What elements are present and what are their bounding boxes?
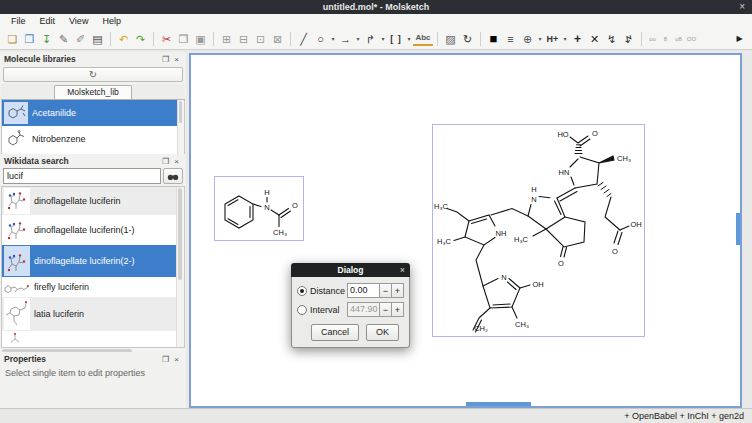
hydrogen-tool-icon[interactable]: H+ <box>544 31 561 47</box>
properties-hint: Select single item to edit properties <box>0 365 186 381</box>
undo-icon[interactable]: ↶ <box>115 31 132 47</box>
line-width-icon[interactable]: ≡ <box>502 31 519 47</box>
menu-help[interactable]: Help <box>95 16 128 26</box>
list-item-dinoflagellate-luciferin[interactable]: dinoflagellate luciferin <box>2 187 177 215</box>
panel-close-icon[interactable]: × <box>171 55 182 64</box>
atom-label: N <box>264 203 269 212</box>
bracket-tool-icon[interactable]: [ ] <box>387 31 405 47</box>
redo-icon[interactable]: ↷ <box>132 31 149 47</box>
properties-title: Properties <box>4 354 46 364</box>
ring-tool-icon[interactable]: ○ <box>312 31 329 47</box>
dialog-close-icon[interactable]: × <box>400 265 405 275</box>
list-item-label: Nitrobenzene <box>32 134 86 144</box>
mechanism-tool-icon[interactable]: ▨ <box>442 31 459 47</box>
atom-label: H <box>531 185 536 194</box>
panel-float-icon[interactable]: ❐ <box>160 355 171 364</box>
draw-bond-icon[interactable]: ╱ <box>295 31 312 47</box>
distance-label: Distance <box>310 286 344 296</box>
text-tool-icon[interactable]: Abc <box>413 32 433 46</box>
list-item-nitrobenzene[interactable]: Nitrobenzene <box>2 126 184 152</box>
menu-file[interactable]: File <box>4 16 33 26</box>
align-icon-1[interactable]: oo <box>646 31 659 47</box>
toolbar-overflow-icon[interactable]: ▶ <box>731 31 748 47</box>
curved-arrow-tool-icon[interactable]: ↱ <box>362 31 379 47</box>
print-icon[interactable]: ▤ <box>89 31 106 47</box>
drawing-canvas[interactable]: H N O CH₃ <box>189 53 742 408</box>
ok-button[interactable]: OK <box>366 324 399 341</box>
ring-tool-dropdown-icon[interactable]: ▾ <box>329 35 337 42</box>
list-item-acetanilide[interactable]: Acetanilide <box>2 100 184 126</box>
window-close-icon[interactable]: × <box>739 0 745 14</box>
library-list-scrollbar[interactable] <box>177 100 184 155</box>
cut-icon[interactable]: ✂ <box>158 31 175 47</box>
molecule-acetanilide[interactable]: H N O CH₃ <box>214 176 304 241</box>
hydrogen-tool-dropdown-icon[interactable]: ▾ <box>561 35 569 42</box>
charge-tool-dropdown-icon[interactable]: ▾ <box>536 35 544 42</box>
save-icon[interactable]: ↧ <box>38 31 55 47</box>
list-item-partial[interactable] <box>2 331 177 345</box>
arrow-tool-icon[interactable]: → <box>337 31 354 47</box>
export-icon[interactable]: ✐ <box>72 31 89 47</box>
interval-increment-button[interactable]: + <box>391 302 404 317</box>
interval-value[interactable]: 447.90 <box>347 302 380 317</box>
atom-label: O <box>558 259 564 268</box>
list-item-label: dinoflagellate luciferin(1-) <box>34 225 135 235</box>
tab-molsketch-lib[interactable]: Molsketch_lib <box>54 85 132 99</box>
list-item-dinoflagellate-luciferin-1[interactable]: dinoflagellate luciferin(1-) <box>2 215 177 245</box>
copy-icon[interactable]: ❐ <box>175 31 192 47</box>
align-icon-3[interactable]: o8 <box>672 31 685 47</box>
canvas-vertical-scroll-thumb[interactable] <box>736 213 740 245</box>
wikidata-list-vertical-scrollbar[interactable] <box>176 187 184 347</box>
menu-edit[interactable]: Edit <box>33 16 63 26</box>
color-swatch-icon[interactable]: ■ <box>485 31 502 47</box>
open-file-icon[interactable]: ❒ <box>21 31 38 47</box>
save-as-icon[interactable]: ✎ <box>55 31 72 47</box>
list-item-label: dinoflagellate luciferin <box>34 196 121 206</box>
search-input[interactable]: lucif <box>3 168 161 184</box>
paste-icon[interactable]: ▣ <box>192 31 209 47</box>
bracket-tool-dropdown-icon[interactable]: ▾ <box>405 35 413 42</box>
distance-value[interactable]: 0.00 <box>347 283 380 298</box>
distance-increment-button[interactable]: + <box>391 283 404 298</box>
panel-close-icon[interactable]: × <box>171 157 182 166</box>
molecule-dinoflagellate-luciferin[interactable]: HO O HN CH₃ OH O H N H₃C O H₃C H₃C NH N … <box>432 124 645 337</box>
toolbar-separator <box>153 32 154 46</box>
list-item-firefly-luciferin[interactable]: firefly luciferin <box>2 277 177 297</box>
align-icon-2[interactable]: 8 <box>659 31 672 47</box>
align-icon-4[interactable]: OO <box>685 31 698 47</box>
molecule-libraries-title: Molecule libraries <box>4 54 76 64</box>
menu-view[interactable]: View <box>62 16 95 26</box>
library-refresh-button[interactable]: ↻ <box>3 67 183 82</box>
zoom-fit-icon[interactable]: ⊠ <box>269 31 286 47</box>
molecule-thumbnail <box>4 332 30 344</box>
curved-arrow-tool-dropdown-icon[interactable]: ▾ <box>379 35 387 42</box>
delete-tool-icon[interactable]: ✕ <box>586 31 603 47</box>
cancel-button[interactable]: Cancel <box>311 324 359 341</box>
panel-close-icon[interactable]: × <box>171 355 182 364</box>
atom-label: HN <box>559 168 570 177</box>
search-button[interactable] <box>163 168 183 184</box>
main-area: Molecule libraries ❐ × ↻ Molsketch_lib A… <box>0 50 752 408</box>
wikidata-search-panel: Wikidata search ❐ × lucif <box>0 154 186 352</box>
distance-row: Distance 0.00 − + <box>297 283 404 298</box>
molecule-libraries-panel: Molecule libraries ❐ × ↻ Molsketch_lib A… <box>0 52 186 153</box>
distance-radio[interactable] <box>297 286 307 296</box>
interval-radio[interactable] <box>297 305 307 315</box>
move-tool-icon[interactable]: + <box>569 31 586 47</box>
zoom-out-icon[interactable]: ⊟ <box>235 31 252 47</box>
zoom-reset-icon[interactable]: ⊡ <box>252 31 269 47</box>
arrow-tool-dropdown-icon[interactable]: ▾ <box>354 35 362 42</box>
rotate-tool-icon[interactable]: ↻ <box>459 31 476 47</box>
atom-label: CH₃ <box>273 228 287 237</box>
zoom-in-icon[interactable]: ⊞ <box>218 31 235 47</box>
panel-float-icon[interactable]: ❐ <box>160 55 171 64</box>
new-file-icon[interactable]: ❏ <box>4 31 21 47</box>
list-item-dinoflagellate-luciferin-2[interactable]: dinoflagellate luciferin(2-) <box>2 245 177 277</box>
dialog-footer: Cancel OK <box>297 321 404 341</box>
list-item-latia-luciferin[interactable]: latia luciferin <box>2 297 177 331</box>
reaction-arrow-icon[interactable]: ↯ <box>603 31 620 47</box>
canvas-horizontal-scroll-thumb[interactable] <box>466 402 531 406</box>
charge-tool-icon[interactable]: ⊕ <box>519 31 536 47</box>
panel-float-icon[interactable]: ❐ <box>160 157 171 166</box>
retrosynthesis-arrow-icon[interactable]: ↯ <box>620 31 637 47</box>
